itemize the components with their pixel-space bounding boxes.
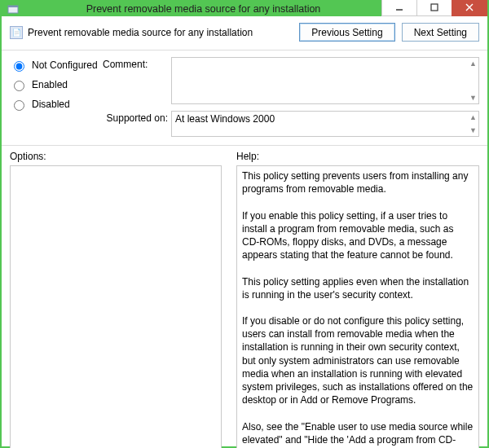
- close-button[interactable]: [452, 0, 487, 16]
- radio-enabled-label: Enabled: [32, 79, 68, 90]
- supported-scroll-icons: ▲▼: [469, 113, 477, 134]
- header-row: 📄 Prevent removable media source for any…: [10, 23, 479, 50]
- supported-on-label: Supported on:: [103, 111, 168, 124]
- policy-icon: 📄: [10, 26, 23, 39]
- supported-on-field-wrap: At least Windows 2000 ▲▼: [171, 111, 479, 137]
- titlebar[interactable]: Prevent removable media source for any i…: [2, 2, 487, 16]
- radio-disabled-label: Disabled: [32, 99, 70, 110]
- window-icon: [7, 2, 20, 15]
- divider-2: [2, 145, 487, 146]
- policy-title: Prevent removable media source for any i…: [28, 27, 253, 38]
- radio-not-configured-input[interactable]: [14, 61, 24, 72]
- supported-on-field: At least Windows 2000: [172, 112, 478, 136]
- radio-enabled[interactable]: Enabled: [10, 78, 99, 91]
- comment-field[interactable]: [172, 58, 478, 103]
- radio-not-configured[interactable]: Not Configured: [10, 59, 99, 72]
- divider: [2, 50, 487, 51]
- svg-rect-1: [8, 6, 18, 7]
- next-setting-button[interactable]: Next Setting: [402, 23, 479, 42]
- upper-panel: Not Configured Enabled Disabled Comment:…: [10, 57, 479, 137]
- content-area: 📄 Prevent removable media source for any…: [2, 16, 487, 448]
- maximize-button[interactable]: [416, 0, 452, 16]
- radio-disabled-input[interactable]: [14, 100, 24, 111]
- radio-not-configured-label: Not Configured: [32, 59, 98, 71]
- window-frame: Prevent removable media source for any i…: [0, 0, 489, 448]
- window-title: Prevent removable media source for any i…: [24, 3, 382, 15]
- previous-setting-button[interactable]: Previous Setting: [299, 23, 394, 42]
- comment-scroll-icons: ▲▼: [469, 59, 477, 102]
- window-controls: [382, 2, 487, 16]
- help-panel[interactable]: This policy setting prevents users from …: [236, 165, 479, 448]
- radio-enabled-input[interactable]: [14, 81, 24, 91]
- svg-rect-3: [431, 4, 438, 11]
- minimize-button[interactable]: [381, 0, 417, 16]
- lower-panel: Options: Help: This policy setting preve…: [10, 151, 479, 448]
- options-label: Options:: [10, 151, 222, 162]
- comment-field-wrap: ▲▼: [171, 57, 479, 104]
- radio-disabled[interactable]: Disabled: [10, 98, 99, 111]
- options-panel[interactable]: [10, 165, 222, 448]
- state-radios: Not Configured Enabled Disabled: [10, 57, 99, 111]
- help-label: Help:: [236, 151, 479, 162]
- comment-label: Comment:: [103, 57, 168, 70]
